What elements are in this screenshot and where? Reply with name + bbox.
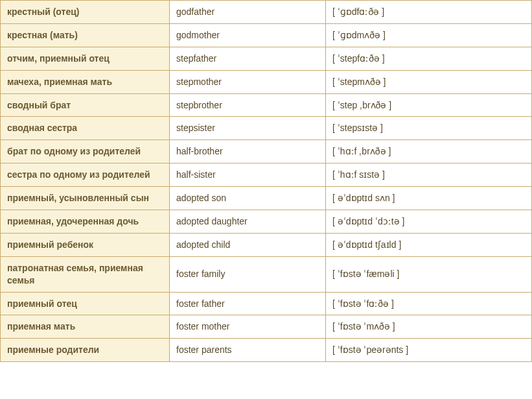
table-row: патронатная семья, приемная семья foster… bbox=[1, 256, 532, 292]
cell-russian: приемная, удочеренная дочь bbox=[1, 210, 170, 234]
cell-english: adopted child bbox=[170, 233, 326, 256]
vocabulary-table: крестный (отец) godfather [ ˈɡɒdfɑːðə ] … bbox=[0, 0, 532, 362]
table-row: приемный отец foster father [ ˈfɒstə ˈfɑ… bbox=[1, 292, 532, 315]
cell-ipa: [ əˈdɒptɪd ˈdɔːtə ] bbox=[326, 210, 532, 234]
table-row: приемный ребенок adopted child [ əˈdɒptɪ… bbox=[1, 233, 532, 256]
table-row: сводный брат stepbrother [ ˈstep ˌbrʌðə … bbox=[1, 93, 532, 117]
cell-ipa: [ ˈstep ˌbrʌðə ] bbox=[326, 93, 532, 117]
table-row: брат по одному из родителей half-brother… bbox=[1, 140, 532, 163]
table-row: приемный, усыновленный сын adopted son [… bbox=[1, 187, 532, 210]
cell-russian: приемный ребенок bbox=[1, 233, 170, 256]
table-row: мачеха, приемная мать stepmother [ ˈstep… bbox=[1, 70, 532, 93]
table-row: крестная (мать) godmother [ ˈɡɒdmʌðə ] bbox=[1, 23, 532, 47]
cell-english: adopted daughter bbox=[170, 210, 326, 234]
cell-russian: крестный (отец) bbox=[1, 1, 170, 24]
cell-ipa: [ əˈdɒptɪd tʃaɪld ] bbox=[326, 233, 532, 256]
cell-russian: приемный, усыновленный сын bbox=[1, 187, 170, 210]
cell-english: half-sister bbox=[170, 163, 326, 187]
cell-russian: мачеха, приемная мать bbox=[1, 70, 170, 93]
cell-english: foster family bbox=[170, 256, 326, 292]
table-row: крестный (отец) godfather [ ˈɡɒdfɑːðə ] bbox=[1, 1, 532, 24]
cell-english: stepbrother bbox=[170, 93, 326, 117]
cell-ipa: [ ˈhɑːf sɪstə ] bbox=[326, 163, 532, 187]
vocabulary-table-body: крестный (отец) godfather [ ˈɡɒdfɑːðə ] … bbox=[1, 1, 532, 362]
cell-russian: патронатная семья, приемная семья bbox=[1, 256, 170, 292]
cell-russian: приемная мать bbox=[1, 315, 170, 339]
cell-english: stepsister bbox=[170, 117, 326, 140]
cell-ipa: [ ˈstepmʌðə ] bbox=[326, 70, 532, 93]
table-row: приемная мать foster mother [ ˈfɒstə ˈmʌ… bbox=[1, 315, 532, 339]
cell-ipa: [ ˈfɒstə ˈmʌðə ] bbox=[326, 315, 532, 339]
cell-english: godfather bbox=[170, 1, 326, 24]
cell-ipa: [ ˈstepsɪstə ] bbox=[326, 117, 532, 140]
cell-russian: приемные родители bbox=[1, 339, 170, 362]
cell-russian: брат по одному из родителей bbox=[1, 140, 170, 163]
cell-ipa: [ ˈhɑːf ˌbrʌðə ] bbox=[326, 140, 532, 163]
cell-english: foster mother bbox=[170, 315, 326, 339]
cell-ipa: [ ˈfɒstə ˈfɑːðə ] bbox=[326, 292, 532, 315]
cell-english: foster father bbox=[170, 292, 326, 315]
cell-russian: приемный отец bbox=[1, 292, 170, 315]
table-row: сводная сестра stepsister [ ˈstepsɪstə ] bbox=[1, 117, 532, 140]
cell-english: foster parents bbox=[170, 339, 326, 362]
cell-ipa: [ ˈfɒstə ˈpeərənts ] bbox=[326, 339, 532, 362]
cell-english: godmother bbox=[170, 23, 326, 47]
cell-ipa: [ ˈɡɒdfɑːðə ] bbox=[326, 1, 532, 24]
table-row: сестра по одному из родителей half-siste… bbox=[1, 163, 532, 187]
table-row: приемная, удочеренная дочь adopted daugh… bbox=[1, 210, 532, 234]
cell-english: stepmother bbox=[170, 70, 326, 93]
cell-ipa: [ ˈɡɒdmʌðə ] bbox=[326, 23, 532, 47]
table-row: отчим, приемный отец stepfather [ ˈstepf… bbox=[1, 47, 532, 70]
cell-english: adopted son bbox=[170, 187, 326, 210]
cell-russian: крестная (мать) bbox=[1, 23, 170, 47]
cell-russian: сводный брат bbox=[1, 93, 170, 117]
cell-ipa: [ əˈdɒptɪd sʌn ] bbox=[326, 187, 532, 210]
cell-russian: сводная сестра bbox=[1, 117, 170, 140]
cell-russian: сестра по одному из родителей bbox=[1, 163, 170, 187]
cell-russian: отчим, приемный отец bbox=[1, 47, 170, 70]
cell-english: stepfather bbox=[170, 47, 326, 70]
cell-ipa: [ ˈfɒstə ˈfæməli ] bbox=[326, 256, 532, 292]
cell-english: half-brother bbox=[170, 140, 326, 163]
cell-ipa: [ ˈstepfɑːðə ] bbox=[326, 47, 532, 70]
table-row: приемные родители foster parents [ ˈfɒst… bbox=[1, 339, 532, 362]
